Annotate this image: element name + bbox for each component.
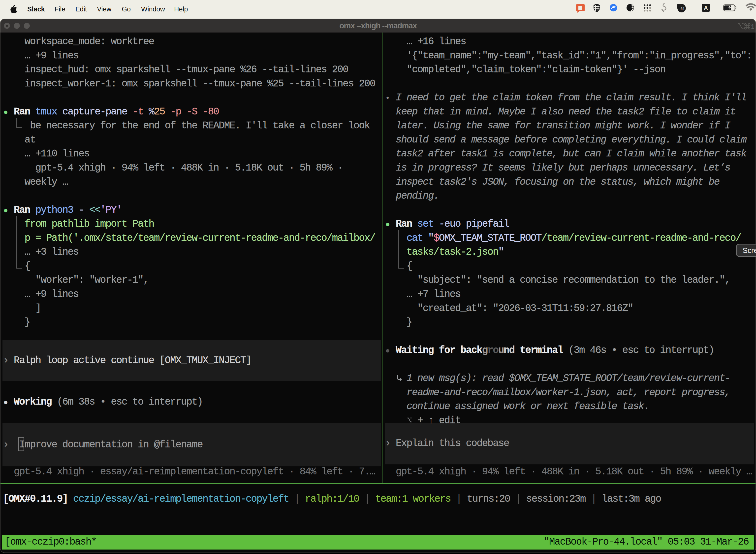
svg-text:1: 1 [751, 23, 754, 30]
svg-text:..61: ..61 [678, 6, 685, 11]
svg-text:A: A [704, 5, 708, 11]
